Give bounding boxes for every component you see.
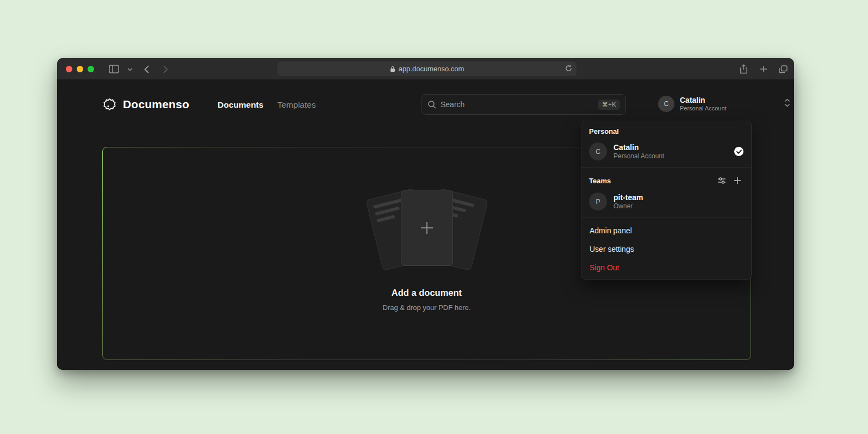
app-content: Documenso Documents Templates Search ⌘+K… xyxy=(57,79,794,370)
menu-divider xyxy=(581,218,751,218)
stacked-documents-illustration xyxy=(362,187,492,272)
check-circle-icon xyxy=(734,147,743,156)
lock-icon xyxy=(390,66,395,72)
account-dropdown-menu: Personal C Catalin Personal Account xyxy=(581,121,752,280)
account-menu-trigger[interactable]: C Catalin Personal Account xyxy=(658,96,790,112)
desktop-background: app.documenso.com xyxy=(0,0,868,434)
manage-teams-icon[interactable] xyxy=(716,175,728,187)
team-role: Owner xyxy=(613,202,643,210)
personal-avatar: C xyxy=(589,142,607,160)
add-team-icon[interactable] xyxy=(731,175,743,187)
search-shortcut-badge: ⌘+K xyxy=(598,100,620,110)
address-url: app.documenso.com xyxy=(399,65,464,73)
personal-subtitle: Personal Account xyxy=(613,152,664,160)
search-placeholder: Search xyxy=(441,100,594,109)
menu-item-sign-out[interactable]: Sign Out xyxy=(581,258,751,277)
search-input[interactable]: Search ⌘+K xyxy=(421,94,626,115)
nav-documents[interactable]: Documents xyxy=(218,99,263,111)
account-name: Catalin xyxy=(680,96,727,104)
sidebar-chevron-down-icon[interactable] xyxy=(123,63,137,76)
forward-icon[interactable] xyxy=(159,63,172,76)
teams-header: Teams xyxy=(581,171,751,189)
chevron-up-down-icon xyxy=(784,98,790,109)
zoom-window-button[interactable] xyxy=(88,66,94,72)
menu-section-personal: Personal xyxy=(581,121,751,139)
browser-toolbar: app.documenso.com xyxy=(57,58,794,79)
menu-item-user-settings[interactable]: User settings xyxy=(581,240,751,258)
nav-templates[interactable]: Templates xyxy=(277,99,316,111)
team-item[interactable]: P pit-team Owner xyxy=(581,189,751,214)
search-icon xyxy=(427,100,436,109)
dropzone-subtitle: Drag & drop your PDF here. xyxy=(383,303,471,312)
menu-item-admin-panel[interactable]: Admin panel xyxy=(581,221,751,240)
menu-section-teams: Teams xyxy=(589,177,712,185)
document-card-center xyxy=(401,190,453,266)
back-icon[interactable] xyxy=(140,63,153,76)
minimize-window-button[interactable] xyxy=(77,66,83,72)
documenso-logo-icon xyxy=(102,97,117,112)
sidebar-toggle-icon[interactable] xyxy=(107,63,120,76)
personal-account-item[interactable]: C Catalin Personal Account xyxy=(581,139,751,164)
dropzone-title: Add a document xyxy=(392,288,462,298)
brand[interactable]: Documenso xyxy=(102,96,189,113)
account-type: Personal Account xyxy=(680,104,727,112)
close-window-button[interactable] xyxy=(66,66,72,72)
new-tab-icon[interactable] xyxy=(757,63,770,76)
team-name: pit-team xyxy=(613,193,643,202)
browser-window: app.documenso.com xyxy=(57,58,794,370)
reload-icon[interactable] xyxy=(565,64,572,74)
menu-divider xyxy=(581,168,751,168)
personal-name: Catalin xyxy=(613,143,664,152)
team-avatar: P xyxy=(589,193,607,210)
share-icon[interactable] xyxy=(737,63,750,76)
address-bar[interactable]: app.documenso.com xyxy=(277,61,576,76)
plus-icon xyxy=(419,220,435,236)
tab-overview-icon[interactable] xyxy=(777,63,790,76)
account-avatar: C xyxy=(658,96,674,112)
brand-name: Documenso xyxy=(123,98,189,111)
